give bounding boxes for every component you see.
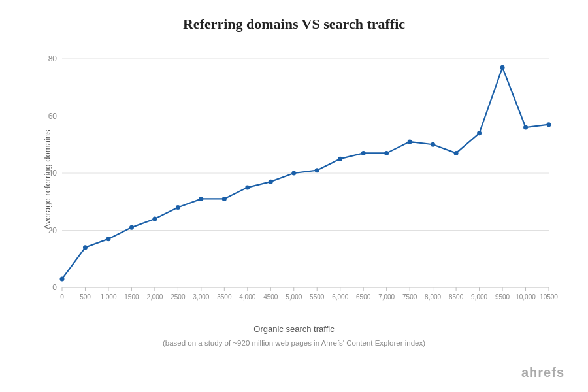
svg-text:60: 60 xyxy=(48,112,57,121)
branding-logo: ahrefs xyxy=(521,365,564,380)
svg-point-71 xyxy=(431,142,435,147)
svg-text:3,000: 3,000 xyxy=(193,293,209,301)
chart-area: 02040608005001,00015002,00025003,0003500… xyxy=(26,46,562,320)
svg-text:7500: 7500 xyxy=(402,293,417,301)
svg-point-69 xyxy=(384,151,389,155)
svg-point-57 xyxy=(106,237,110,241)
svg-text:5,000: 5,000 xyxy=(286,293,302,301)
svg-point-67 xyxy=(338,157,342,161)
svg-text:10,000: 10,000 xyxy=(515,293,536,301)
svg-text:8,000: 8,000 xyxy=(425,293,441,301)
svg-text:5500: 5500 xyxy=(310,293,325,301)
svg-point-56 xyxy=(83,245,88,250)
svg-point-70 xyxy=(408,139,412,144)
page-container: Referring domains VS search traffic Aver… xyxy=(0,0,588,392)
svg-text:2,000: 2,000 xyxy=(146,293,163,301)
svg-text:6,000: 6,000 xyxy=(332,293,348,301)
svg-text:8500: 8500 xyxy=(449,293,464,301)
svg-text:80: 80 xyxy=(48,54,57,63)
svg-text:0: 0 xyxy=(60,293,64,301)
svg-text:4,000: 4,000 xyxy=(239,293,255,301)
svg-text:2500: 2500 xyxy=(171,293,186,301)
svg-text:0: 0 xyxy=(52,283,57,292)
svg-point-63 xyxy=(245,185,250,189)
svg-text:20: 20 xyxy=(48,226,57,235)
x-axis-label: Organic search traffic xyxy=(253,324,334,334)
svg-point-64 xyxy=(269,180,273,184)
svg-point-73 xyxy=(477,131,482,135)
svg-text:3500: 3500 xyxy=(217,293,232,301)
svg-text:6500: 6500 xyxy=(356,293,371,301)
svg-point-68 xyxy=(361,151,366,155)
svg-text:1,000: 1,000 xyxy=(100,293,116,301)
svg-text:40: 40 xyxy=(48,169,57,178)
svg-text:7,000: 7,000 xyxy=(378,293,395,301)
svg-point-66 xyxy=(315,168,319,172)
chart-title: Referring domains VS search traffic xyxy=(183,16,405,33)
svg-text:1500: 1500 xyxy=(124,293,139,301)
svg-point-58 xyxy=(129,225,134,230)
line-chart: 02040608005001,00015002,00025003,0003500… xyxy=(26,46,562,320)
svg-text:9,000: 9,000 xyxy=(471,293,487,301)
svg-point-59 xyxy=(152,217,157,221)
svg-point-60 xyxy=(176,205,180,210)
svg-point-65 xyxy=(291,171,296,176)
svg-text:500: 500 xyxy=(80,293,91,301)
svg-text:10500: 10500 xyxy=(540,293,558,301)
svg-point-61 xyxy=(199,197,203,201)
svg-text:4500: 4500 xyxy=(263,293,278,301)
svg-text:9500: 9500 xyxy=(495,293,510,301)
svg-point-74 xyxy=(500,65,505,70)
footnote: (based on a study of ~920 million web pa… xyxy=(163,339,425,347)
svg-point-55 xyxy=(60,276,65,281)
svg-point-76 xyxy=(547,122,551,127)
svg-point-75 xyxy=(523,125,528,130)
svg-point-62 xyxy=(222,197,227,201)
svg-point-72 xyxy=(454,151,459,155)
